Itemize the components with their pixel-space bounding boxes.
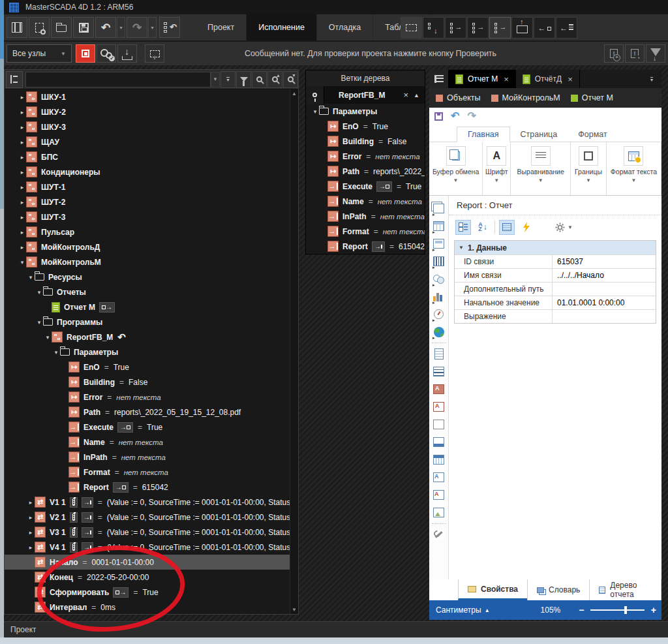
ribbon-tab-формат[interactable]: Формат <box>568 127 617 142</box>
collapse-branch-icon[interactable]: ▲ <box>412 92 425 99</box>
tree-item-v3-1[interactable]: ▸⇄V3 1→=(Value := 0, SourceTime := 0001-… <box>5 525 298 540</box>
tree-item-кондиционеры[interactable]: ▸Кондиционеры <box>5 164 298 179</box>
ribbon-group-выравнивание[interactable]: Выравнивание▼ <box>511 142 571 195</box>
project-settings-button[interactable] <box>29 17 50 38</box>
ribbon-group-буфер-обмена[interactable]: Буфер обмена▼ <box>429 142 483 195</box>
caret-right-icon[interactable]: ▸ <box>27 529 35 536</box>
tree-item-inpath[interactable]: →InPath=нет текста <box>306 209 425 224</box>
bottom-tab-свойства[interactable]: Свойства <box>458 579 527 600</box>
tree-item-шку-2[interactable]: ▸ШКУ-2 <box>5 104 298 119</box>
tab-отладка[interactable]: Отладка <box>317 14 373 40</box>
tree-item-пульсар[interactable]: ▸Пульсар <box>5 224 298 239</box>
tool-text-a[interactable] <box>429 468 448 486</box>
tree-item-v2-1[interactable]: ▸⇄V2 1→=(Value := 0, SourceTime := 0001-… <box>5 510 298 525</box>
tree-item-eno[interactable]: ↦EnO=True <box>306 119 425 134</box>
tree-item-execute[interactable]: →Execute→=True <box>306 179 425 194</box>
bottom-tab-словарь[interactable]: Словарь <box>527 579 589 600</box>
tree-item-интервал[interactable]: ⇄Интервал=0ms <box>5 600 298 614</box>
tree-expand-level-button[interactable]: → <box>467 17 489 38</box>
units-select[interactable]: Сантиметры▲ <box>436 606 490 615</box>
tree-item-отчеты[interactable]: ▾Отчеты <box>5 284 298 299</box>
tool-tools[interactable] <box>429 526 448 544</box>
apply-to-node-button[interactable]: ↓ <box>145 44 164 63</box>
doc-tab-отчет-м[interactable]: Отчет М× <box>449 70 516 88</box>
undo-button[interactable]: ↶ <box>95 17 116 38</box>
restore-layout-button[interactable]: ↶ <box>159 17 180 38</box>
tool-picture[interactable] <box>429 504 448 521</box>
tool-panel-footer[interactable] <box>429 433 448 451</box>
open-button[interactable] <box>51 17 72 38</box>
close-tab-icon[interactable]: × <box>504 74 509 84</box>
fit-frame-button[interactable] <box>401 17 422 38</box>
stop-button[interactable] <box>76 44 95 63</box>
property-row-выражение[interactable]: Выражение <box>455 309 656 323</box>
properties-button[interactable] <box>7 17 27 38</box>
tree-item-path[interactable]: ↦Path=reports\_2022_ <box>306 164 425 179</box>
dock-top-button[interactable] <box>511 17 533 38</box>
tool-page[interactable] <box>429 345 448 363</box>
doc-tab-отчётд[interactable]: ОтчётД× <box>516 70 580 88</box>
tree-item-inpath[interactable]: →InPath=нет текста <box>5 450 298 465</box>
tool-table-small[interactable] <box>429 451 448 468</box>
caret-down-icon[interactable]: ▾ <box>311 108 319 115</box>
caret-right-icon[interactable]: ▸ <box>18 214 26 221</box>
property-row-id-связи[interactable]: ID связи615037 <box>455 254 656 268</box>
tool-gauge[interactable]: ▸ <box>429 305 448 323</box>
tree-item-path[interactable]: ↦Path=reports\_2022_05_19_15_12_08.pdf <box>5 405 298 420</box>
tree-item-щау[interactable]: ▸ЩАУ <box>5 134 298 149</box>
undo-report-icon[interactable]: ↶ <box>451 111 459 121</box>
tree-item-сформировать[interactable]: ⇄Сформировать→=True <box>5 585 298 600</box>
tree-item-мойконтрольд[interactable]: ▸МойКонтрольД <box>5 239 298 254</box>
caret-right-icon[interactable]: ▸ <box>18 199 26 206</box>
scroll-up-icon[interactable]: ▲ <box>292 89 297 98</box>
tree-item-format[interactable]: →Format=нет текста <box>306 224 425 239</box>
caret-right-icon[interactable]: ▸ <box>18 184 26 191</box>
tab-исполнение[interactable]: Исполнение <box>247 14 317 40</box>
tree-item-report[interactable]: →Report→=615042 <box>306 239 425 254</box>
tree-item-building[interactable]: ↦Building=False <box>5 375 298 390</box>
close-branch-icon[interactable]: × <box>399 90 412 100</box>
caret-right-icon[interactable]: ▸ <box>18 109 26 115</box>
tree-item-format[interactable]: →Format=нет текста <box>5 465 298 480</box>
events-button[interactable] <box>519 220 534 235</box>
tool-chart[interactable]: ▸ <box>429 288 448 305</box>
caret-right-icon[interactable]: ▸ <box>18 139 26 146</box>
ribbon-group-шрифт[interactable]: AШрифт▼ <box>483 142 511 195</box>
tab-overflow-button[interactable]: ▾ <box>643 70 660 88</box>
redo-button[interactable]: ↷ <box>127 17 147 38</box>
collapse-left-button[interactable]: ← <box>534 17 555 38</box>
property-row-имя-связи[interactable]: Имя связи../../../Начало <box>455 268 656 282</box>
node-scope-select[interactable]: Все узлы▼ <box>7 44 72 63</box>
caret-down-icon[interactable]: ▾ <box>35 319 43 326</box>
expand-all-button[interactable]: ▾ <box>220 71 235 88</box>
run-settings-button[interactable]: ✓ <box>97 44 116 63</box>
tool-label-a[interactable] <box>429 380 448 398</box>
sort-az-button[interactable]: AZ↓ <box>475 220 491 235</box>
ribbon-tab-главная[interactable]: Главная <box>457 127 510 142</box>
tree-item-v1-1[interactable]: ▸⇄V1 1→=(Value := 0, SourceTime := 0001-… <box>5 495 298 510</box>
property-row-дополнительный-путь[interactable]: Дополнительный путь <box>455 282 656 296</box>
tree-item-ресурсы[interactable]: ▾Ресурсы <box>5 269 298 284</box>
caret-right-icon[interactable]: ▸ <box>27 544 35 551</box>
tree-item-отчет-м[interactable]: Отчет М→ <box>5 299 298 314</box>
categorized-view-button[interactable] <box>455 220 471 235</box>
caret-down-icon[interactable]: ▾ <box>35 289 43 296</box>
ribbon-tab-страница[interactable]: Страница <box>510 127 568 142</box>
doc-list-button[interactable] <box>429 70 449 88</box>
tree-item-шут-2[interactable]: ▸ШУТ-2 <box>5 194 298 209</box>
redo-history-caret[interactable]: ▾ <box>148 17 157 38</box>
save-button[interactable] <box>73 17 94 38</box>
add-message-button[interactable]: ! <box>604 44 624 63</box>
tab-проект[interactable]: Проект <box>196 14 247 40</box>
tool-list[interactable] <box>429 363 448 380</box>
tree-item-error[interactable]: ↦Error=нет текста <box>5 390 298 405</box>
scroll-down-icon[interactable]: ▼ <box>292 606 297 614</box>
close-tab-icon[interactable]: × <box>568 74 573 84</box>
caret-right-icon[interactable]: ▸ <box>27 499 35 506</box>
tree-item-начало[interactable]: ⇄Начало=0001-01-01-00:00 <box>5 555 298 570</box>
tree-item-eno[interactable]: ↦EnO=True <box>5 360 298 375</box>
tree-item-бпс[interactable]: ▸БПС <box>5 149 298 164</box>
message-history-button[interactable]: ! <box>625 44 645 63</box>
tree-scrollbar[interactable]: ▲ ▼ <box>290 89 298 614</box>
tool-label-a2[interactable] <box>429 398 448 416</box>
